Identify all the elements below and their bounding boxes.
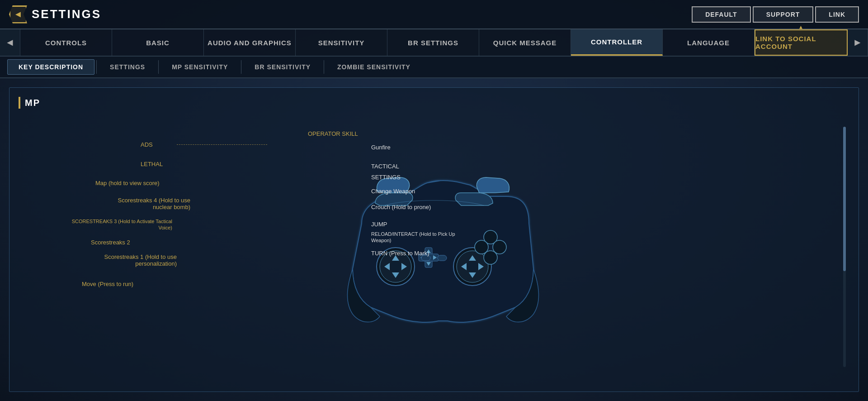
main-wrapper: ◄ SETTINGS DEFAULT SUPPORT LINK ◄ CONTRO… bbox=[0, 0, 868, 401]
tab-language[interactable]: LANGUAGE bbox=[663, 29, 755, 56]
section-panel: MP bbox=[9, 87, 859, 392]
label-move: Move (Press to run) bbox=[82, 281, 133, 287]
scrollbar-thumb bbox=[843, 127, 846, 271]
controller-diagram: ADS LETHAL Map (hold to view score) Scor… bbox=[19, 118, 849, 376]
label-scorestreaks4: Scorestreaks 4 (Hold to usenuclear bomb) bbox=[64, 197, 190, 210]
section-title-text: MP bbox=[25, 98, 40, 108]
default-button[interactable]: DEFAULT bbox=[692, 6, 751, 23]
sub-tab-settings[interactable]: SETTINGS bbox=[99, 59, 156, 75]
svg-rect-14 bbox=[438, 255, 447, 261]
controller-svg-wrapper bbox=[316, 160, 552, 334]
label-settings: SETTINGS bbox=[371, 174, 401, 181]
tab-basic[interactable]: BASIC bbox=[112, 29, 204, 56]
tab-sensitivity[interactable]: SENSITIVITY bbox=[296, 29, 387, 56]
label-operator-skill: OPERATOR SKILL bbox=[308, 130, 358, 137]
content-area: MP bbox=[0, 78, 868, 401]
label-tactical: TACTICAL bbox=[371, 163, 399, 170]
nav-arrow-left[interactable]: ◄ bbox=[0, 29, 20, 56]
divider-4 bbox=[324, 60, 324, 74]
label-lethal: LETHAL bbox=[141, 161, 163, 167]
link-button[interactable]: LINK bbox=[815, 6, 859, 23]
divider-3 bbox=[241, 60, 241, 74]
label-scorestreaks1: Scorestreaks 1 (Hold to usepersonalizati… bbox=[55, 253, 177, 267]
divider-1 bbox=[96, 60, 97, 74]
label-map: Map (hold to view score) bbox=[95, 180, 160, 186]
line-ads bbox=[177, 144, 267, 145]
header-title: SETTINGS bbox=[32, 7, 101, 21]
label-crouch: Crouch (Hold to prone) bbox=[371, 204, 431, 210]
sub-tab-br-sensitivity[interactable]: BR SENSITIVITY bbox=[243, 59, 322, 75]
sub-tab-key-description[interactable]: KEY DESCRIPTION bbox=[7, 59, 94, 75]
label-jump: JUMP bbox=[371, 221, 387, 228]
controller-svg bbox=[316, 160, 552, 332]
section-title: MP bbox=[19, 97, 849, 109]
label-gunfire: Gunfire bbox=[371, 144, 391, 151]
tab-controller[interactable]: CONTROLLER bbox=[571, 29, 663, 56]
tab-quick-message[interactable]: QUICK MESSAGE bbox=[479, 29, 571, 56]
scrollbar[interactable] bbox=[843, 127, 846, 367]
svg-point-6 bbox=[390, 261, 401, 272]
section-title-accent bbox=[19, 97, 20, 109]
header: ◄ SETTINGS DEFAULT SUPPORT LINK bbox=[0, 0, 868, 29]
tab-bar: ◄ CONTROLS BASIC AUDIO AND GRAPHICS SENS… bbox=[0, 29, 868, 57]
divider-2 bbox=[158, 60, 159, 74]
label-scorestreaks3: SCORESTREAKS 3 (Hold to Activate Tactica… bbox=[46, 218, 172, 231]
tab-audio-graphics[interactable]: AUDIO AND GRAPHICS bbox=[204, 29, 296, 56]
sub-tab-mp-sensitivity[interactable]: MP SENSITIVITY bbox=[160, 59, 239, 75]
svg-point-25 bbox=[475, 240, 488, 254]
tab-link-social[interactable]: LINK TO SOCIAL ACCOUNT bbox=[755, 29, 848, 56]
tab-br-settings[interactable]: BR SETTINGS bbox=[387, 29, 479, 56]
label-reload: RELOAD/INTERACT (Hold to Pick UpWeapon) bbox=[371, 231, 462, 244]
header-buttons: DEFAULT SUPPORT LINK bbox=[692, 6, 859, 23]
svg-point-21 bbox=[467, 261, 478, 272]
tab-controls[interactable]: CONTROLS bbox=[20, 29, 112, 56]
label-scorestreaks2: Scorestreaks 2 bbox=[91, 239, 130, 246]
sub-tab-zombie-sensitivity[interactable]: ZOMBIE SENSITIVITY bbox=[326, 59, 422, 75]
sub-tab-bar: KEY DESCRIPTION SETTINGS MP SENSITIVITY … bbox=[0, 57, 868, 78]
logo-icon: ◄ bbox=[9, 5, 27, 24]
label-turn: TURN (Press to Mark) bbox=[371, 250, 429, 257]
header-logo: ◄ SETTINGS bbox=[9, 5, 101, 24]
label-ads: ADS bbox=[141, 141, 153, 148]
support-button[interactable]: SUPPORT bbox=[753, 6, 814, 23]
label-change-weapon: Change Weapon bbox=[371, 188, 415, 195]
nav-arrow-right[interactable]: ► bbox=[848, 29, 868, 56]
